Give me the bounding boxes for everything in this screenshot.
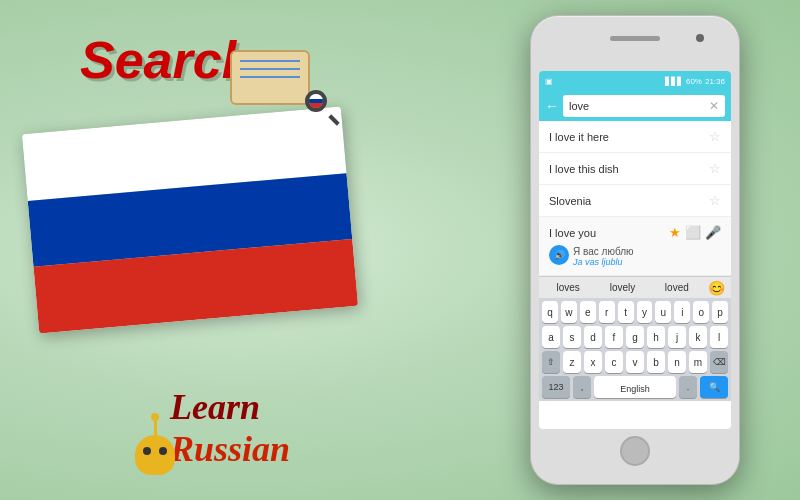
status-left: ▣ bbox=[545, 77, 553, 86]
result-text-3: Slovenia bbox=[549, 195, 591, 207]
flag-in-magnifier bbox=[309, 94, 323, 108]
status-right: ▋▋▋ 60% 21:36 bbox=[665, 77, 725, 86]
key-t[interactable]: t bbox=[618, 301, 634, 323]
emoji-button[interactable]: 😊 bbox=[708, 280, 725, 296]
result-item-top: I love you ★ ⬜ 🎤 bbox=[549, 225, 721, 240]
key-y[interactable]: y bbox=[637, 301, 653, 323]
keyboard-row-2: a s d f g h j k l bbox=[539, 323, 731, 348]
key-space[interactable]: English bbox=[594, 376, 676, 398]
phone-device: ▣ ▋▋▋ 60% 21:36 ← love ✕ I love it here … bbox=[530, 15, 740, 485]
keyboard: q w e r t y u i o p a s d f g h j k l bbox=[539, 298, 731, 401]
key-period[interactable]: . bbox=[679, 376, 697, 398]
key-shift[interactable]: ⇧ bbox=[542, 351, 560, 373]
keyboard-suggestions: loves lovely loved 😊 bbox=[539, 276, 731, 298]
status-bar: ▣ ▋▋▋ 60% 21:36 bbox=[539, 71, 731, 91]
result-item-expanded[interactable]: I love you ★ ⬜ 🎤 🔊 Я вас люблю Ja vas lj… bbox=[539, 217, 731, 276]
key-x[interactable]: x bbox=[584, 351, 602, 373]
suggestion-1[interactable]: loves bbox=[545, 282, 591, 293]
key-l[interactable]: l bbox=[710, 326, 728, 348]
key-k[interactable]: k bbox=[689, 326, 707, 348]
key-n[interactable]: n bbox=[668, 351, 686, 373]
keyboard-row-1: q w e r t y u i o p bbox=[539, 298, 731, 323]
phone-screen: ▣ ▋▋▋ 60% 21:36 ← love ✕ I love it here … bbox=[539, 71, 731, 429]
learn-text: Learn bbox=[170, 386, 290, 428]
phone-home-button[interactable] bbox=[620, 436, 650, 466]
key-u[interactable]: u bbox=[655, 301, 671, 323]
key-comma[interactable]: , bbox=[573, 376, 591, 398]
suggestion-3[interactable]: loved bbox=[654, 282, 700, 293]
key-e[interactable]: e bbox=[580, 301, 596, 323]
sound-button[interactable]: 🔊 bbox=[549, 245, 569, 265]
result-text-1: I love it here bbox=[549, 131, 609, 143]
signal-icon: ▋▋▋ bbox=[665, 77, 683, 86]
key-w[interactable]: w bbox=[561, 301, 577, 323]
keyboard-row-4: 123 , English . 🔍 bbox=[539, 373, 731, 401]
star-1[interactable]: ☆ bbox=[709, 129, 721, 144]
key-p[interactable]: p bbox=[712, 301, 728, 323]
key-r[interactable]: r bbox=[599, 301, 615, 323]
result-text-4: I love you bbox=[549, 227, 596, 239]
translation-text: Я вас люблю bbox=[573, 246, 634, 257]
russian-flag bbox=[22, 106, 358, 333]
key-d[interactable]: d bbox=[584, 326, 602, 348]
mic-icon[interactable]: 🎤 bbox=[705, 225, 721, 240]
key-h[interactable]: h bbox=[647, 326, 665, 348]
key-s[interactable]: s bbox=[563, 326, 581, 348]
key-a[interactable]: a bbox=[542, 326, 560, 348]
result-actions: 🔊 Я вас люблю Ja vas ljublu bbox=[549, 243, 634, 267]
magnifier-icon bbox=[305, 90, 340, 125]
back-button[interactable]: ← bbox=[545, 98, 559, 114]
search-input[interactable]: love ✕ bbox=[563, 95, 725, 117]
phone-speaker bbox=[610, 36, 660, 41]
result-item[interactable]: I love it here ☆ bbox=[539, 121, 731, 153]
mascot-character bbox=[130, 415, 180, 475]
key-o[interactable]: o bbox=[693, 301, 709, 323]
key-backspace[interactable]: ⌫ bbox=[710, 351, 728, 373]
learn-russian-label: Learn Russian bbox=[170, 386, 290, 470]
map-icon bbox=[230, 50, 310, 105]
phone-camera bbox=[696, 34, 704, 42]
key-v[interactable]: v bbox=[626, 351, 644, 373]
key-j[interactable]: j bbox=[668, 326, 686, 348]
search-title: Search bbox=[80, 30, 253, 90]
result-item[interactable]: I love this dish ☆ bbox=[539, 153, 731, 185]
key-m[interactable]: m bbox=[689, 351, 707, 373]
result-item[interactable]: Slovenia ☆ bbox=[539, 185, 731, 217]
battery-label: 60% bbox=[686, 77, 702, 86]
key-go[interactable]: 🔍 bbox=[700, 376, 728, 398]
key-g[interactable]: g bbox=[626, 326, 644, 348]
time-label: 21:36 bbox=[705, 77, 725, 86]
key-f[interactable]: f bbox=[605, 326, 623, 348]
result-text-2: I love this dish bbox=[549, 163, 619, 175]
keyboard-row-3: ⇧ z x c v b n m ⌫ bbox=[539, 348, 731, 373]
star-2[interactable]: ☆ bbox=[709, 161, 721, 176]
romanization-text: Ja vas ljublu bbox=[573, 257, 634, 267]
star-3[interactable]: ☆ bbox=[709, 193, 721, 208]
key-i[interactable]: i bbox=[674, 301, 690, 323]
phone-search-bar: ← love ✕ bbox=[539, 91, 731, 121]
suggestion-2[interactable]: lovely bbox=[599, 282, 645, 293]
search-icon-area bbox=[230, 50, 330, 120]
key-c[interactable]: c bbox=[605, 351, 623, 373]
star-4-filled[interactable]: ★ bbox=[669, 225, 681, 240]
key-z[interactable]: z bbox=[563, 351, 581, 373]
results-list: I love it here ☆ I love this dish ☆ Slov… bbox=[539, 121, 731, 276]
copy-icon[interactable]: ⬜ bbox=[685, 225, 701, 240]
russian-text: Russian bbox=[170, 428, 290, 470]
clear-button[interactable]: ✕ bbox=[709, 99, 719, 113]
search-query-text: love bbox=[569, 100, 589, 112]
key-123[interactable]: 123 bbox=[542, 376, 570, 398]
key-q[interactable]: q bbox=[542, 301, 558, 323]
key-b[interactable]: b bbox=[647, 351, 665, 373]
